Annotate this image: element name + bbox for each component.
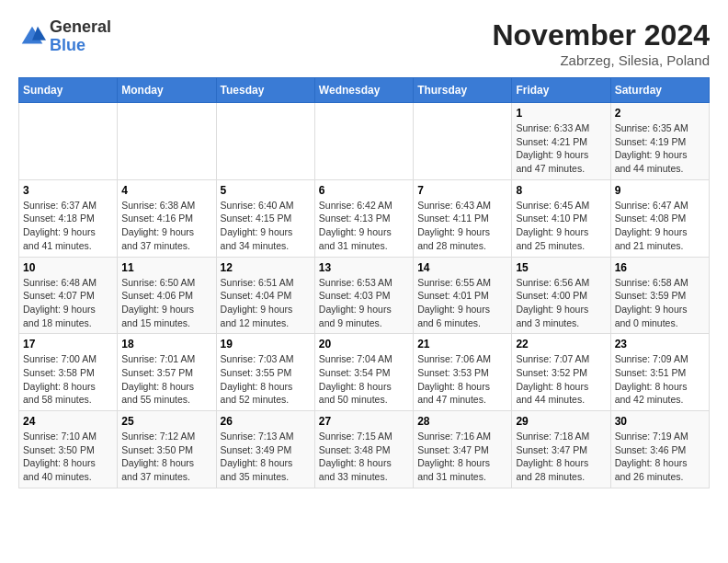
calendar-cell: 29Sunrise: 7:18 AMSunset: 3:47 PMDayligh…	[512, 411, 610, 488]
day-info: Sunrise: 7:01 AMSunset: 3:57 PMDaylight:…	[121, 352, 211, 407]
day-info: Sunrise: 7:03 AMSunset: 3:55 PMDaylight:…	[221, 352, 311, 407]
day-info: Sunrise: 7:06 AMSunset: 3:53 PMDaylight:…	[417, 352, 507, 407]
calendar-week-5: 24Sunrise: 7:10 AMSunset: 3:50 PMDayligh…	[19, 411, 710, 488]
day-number: 20	[319, 338, 409, 350]
calendar-cell: 28Sunrise: 7:16 AMSunset: 3:47 PMDayligh…	[414, 411, 512, 488]
calendar-cell: 24Sunrise: 7:10 AMSunset: 3:50 PMDayligh…	[19, 411, 118, 488]
calendar-cell: 19Sunrise: 7:03 AMSunset: 3:55 PMDayligh…	[216, 334, 314, 411]
calendar-cell	[216, 103, 314, 180]
day-number: 8	[516, 184, 606, 197]
day-info: Sunrise: 6:48 AMSunset: 4:07 PMDaylight:…	[23, 276, 113, 330]
day-info: Sunrise: 7:00 AMSunset: 3:58 PMDaylight:…	[23, 352, 113, 407]
day-number: 14	[417, 261, 507, 274]
day-number: 11	[121, 261, 211, 274]
day-header-sunday: Sunday	[19, 78, 118, 103]
day-number: 13	[319, 261, 409, 274]
days-of-week-row: SundayMondayTuesdayWednesdayThursdayFrid…	[19, 78, 710, 103]
day-info: Sunrise: 7:18 AMSunset: 3:47 PMDaylight:…	[516, 430, 606, 484]
calendar-cell: 1Sunrise: 6:33 AMSunset: 4:21 PMDaylight…	[512, 103, 610, 180]
day-number: 6	[319, 184, 409, 197]
day-header-saturday: Saturday	[610, 78, 709, 103]
day-number: 16	[615, 261, 705, 274]
day-number: 3	[23, 184, 113, 197]
calendar-cell	[118, 103, 216, 180]
day-header-monday: Monday	[118, 78, 216, 103]
logo-blue: Blue	[50, 37, 111, 55]
calendar-header: SundayMondayTuesdayWednesdayThursdayFrid…	[19, 78, 710, 103]
calendar-cell: 4Sunrise: 6:38 AMSunset: 4:16 PMDaylight…	[118, 179, 216, 257]
day-header-tuesday: Tuesday	[216, 78, 314, 103]
day-number: 27	[319, 415, 409, 428]
calendar-table: SundayMondayTuesdayWednesdayThursdayFrid…	[18, 77, 710, 488]
calendar-body: 1Sunrise: 6:33 AMSunset: 4:21 PMDaylight…	[19, 103, 710, 488]
calendar-cell: 25Sunrise: 7:12 AMSunset: 3:50 PMDayligh…	[118, 411, 216, 488]
day-info: Sunrise: 6:58 AMSunset: 3:59 PMDaylight:…	[615, 276, 705, 330]
calendar-cell: 2Sunrise: 6:35 AMSunset: 4:19 PMDaylight…	[610, 103, 709, 180]
day-info: Sunrise: 6:51 AMSunset: 4:04 PMDaylight:…	[221, 276, 311, 330]
calendar-cell: 12Sunrise: 6:51 AMSunset: 4:04 PMDayligh…	[216, 257, 314, 334]
day-number: 21	[417, 338, 507, 350]
day-header-wednesday: Wednesday	[314, 78, 413, 103]
day-number: 4	[121, 184, 211, 197]
calendar-cell: 13Sunrise: 6:53 AMSunset: 4:03 PMDayligh…	[314, 257, 413, 334]
calendar-week-4: 17Sunrise: 7:00 AMSunset: 3:58 PMDayligh…	[19, 334, 710, 411]
day-number: 1	[516, 107, 606, 120]
calendar-title: November 2024	[492, 18, 710, 52]
day-info: Sunrise: 6:53 AMSunset: 4:03 PMDaylight:…	[319, 276, 409, 330]
day-number: 15	[516, 261, 606, 274]
calendar-cell: 5Sunrise: 6:40 AMSunset: 4:15 PMDaylight…	[216, 179, 314, 257]
day-info: Sunrise: 7:19 AMSunset: 3:46 PMDaylight:…	[615, 430, 705, 484]
day-info: Sunrise: 6:38 AMSunset: 4:16 PMDaylight:…	[121, 199, 211, 253]
calendar-cell: 26Sunrise: 7:13 AMSunset: 3:49 PMDayligh…	[216, 411, 314, 488]
calendar-week-1: 1Sunrise: 6:33 AMSunset: 4:21 PMDaylight…	[19, 103, 710, 180]
day-header-thursday: Thursday	[414, 78, 512, 103]
day-info: Sunrise: 7:07 AMSunset: 3:52 PMDaylight:…	[516, 352, 606, 407]
day-number: 2	[615, 107, 705, 120]
calendar-cell: 3Sunrise: 6:37 AMSunset: 4:18 PMDaylight…	[19, 179, 118, 257]
logo: General Blue	[18, 18, 111, 55]
day-info: Sunrise: 6:47 AMSunset: 4:08 PMDaylight:…	[615, 199, 705, 253]
day-number: 22	[516, 338, 606, 350]
day-info: Sunrise: 7:13 AMSunset: 3:49 PMDaylight:…	[221, 430, 311, 484]
calendar-cell: 10Sunrise: 6:48 AMSunset: 4:07 PMDayligh…	[19, 257, 118, 334]
day-info: Sunrise: 6:45 AMSunset: 4:10 PMDaylight:…	[516, 199, 606, 253]
day-number: 7	[417, 184, 507, 197]
calendar-cell: 18Sunrise: 7:01 AMSunset: 3:57 PMDayligh…	[118, 334, 216, 411]
day-info: Sunrise: 6:50 AMSunset: 4:06 PMDaylight:…	[121, 276, 211, 330]
page-header: General Blue November 2024 Zabrzeg, Sile…	[18, 18, 710, 68]
day-info: Sunrise: 6:40 AMSunset: 4:15 PMDaylight:…	[221, 199, 311, 253]
calendar-cell: 16Sunrise: 6:58 AMSunset: 3:59 PMDayligh…	[610, 257, 709, 334]
calendar-cell: 9Sunrise: 6:47 AMSunset: 4:08 PMDaylight…	[610, 179, 709, 257]
calendar-week-3: 10Sunrise: 6:48 AMSunset: 4:07 PMDayligh…	[19, 257, 710, 334]
calendar-cell: 15Sunrise: 6:56 AMSunset: 4:00 PMDayligh…	[512, 257, 610, 334]
day-number: 29	[516, 415, 606, 428]
calendar-cell: 21Sunrise: 7:06 AMSunset: 3:53 PMDayligh…	[414, 334, 512, 411]
day-number: 28	[417, 415, 507, 428]
day-number: 25	[121, 415, 211, 428]
day-number: 26	[221, 415, 311, 428]
day-info: Sunrise: 7:09 AMSunset: 3:51 PMDaylight:…	[615, 352, 705, 407]
day-number: 17	[23, 338, 113, 350]
calendar-cell: 14Sunrise: 6:55 AMSunset: 4:01 PMDayligh…	[414, 257, 512, 334]
calendar-cell: 7Sunrise: 6:43 AMSunset: 4:11 PMDaylight…	[414, 179, 512, 257]
day-info: Sunrise: 7:04 AMSunset: 3:54 PMDaylight:…	[319, 352, 409, 407]
logo-general: General	[50, 18, 111, 37]
day-header-friday: Friday	[512, 78, 610, 103]
day-info: Sunrise: 6:43 AMSunset: 4:11 PMDaylight:…	[417, 199, 507, 253]
calendar-cell	[414, 103, 512, 180]
day-info: Sunrise: 6:35 AMSunset: 4:19 PMDaylight:…	[615, 121, 705, 176]
calendar-cell: 6Sunrise: 6:42 AMSunset: 4:13 PMDaylight…	[314, 179, 413, 257]
day-info: Sunrise: 7:10 AMSunset: 3:50 PMDaylight:…	[23, 430, 113, 484]
calendar-cell: 27Sunrise: 7:15 AMSunset: 3:48 PMDayligh…	[314, 411, 413, 488]
day-info: Sunrise: 7:15 AMSunset: 3:48 PMDaylight:…	[319, 430, 409, 484]
calendar-subtitle: Zabrzeg, Silesia, Poland	[492, 52, 710, 68]
day-number: 12	[221, 261, 311, 274]
calendar-week-2: 3Sunrise: 6:37 AMSunset: 4:18 PMDaylight…	[19, 179, 710, 257]
day-number: 30	[615, 415, 705, 428]
calendar-cell: 23Sunrise: 7:09 AMSunset: 3:51 PMDayligh…	[610, 334, 709, 411]
calendar-cell	[314, 103, 413, 180]
day-info: Sunrise: 7:16 AMSunset: 3:47 PMDaylight:…	[417, 430, 507, 484]
calendar-cell: 22Sunrise: 7:07 AMSunset: 3:52 PMDayligh…	[512, 334, 610, 411]
calendar-cell: 20Sunrise: 7:04 AMSunset: 3:54 PMDayligh…	[314, 334, 413, 411]
logo-icon	[18, 23, 46, 51]
